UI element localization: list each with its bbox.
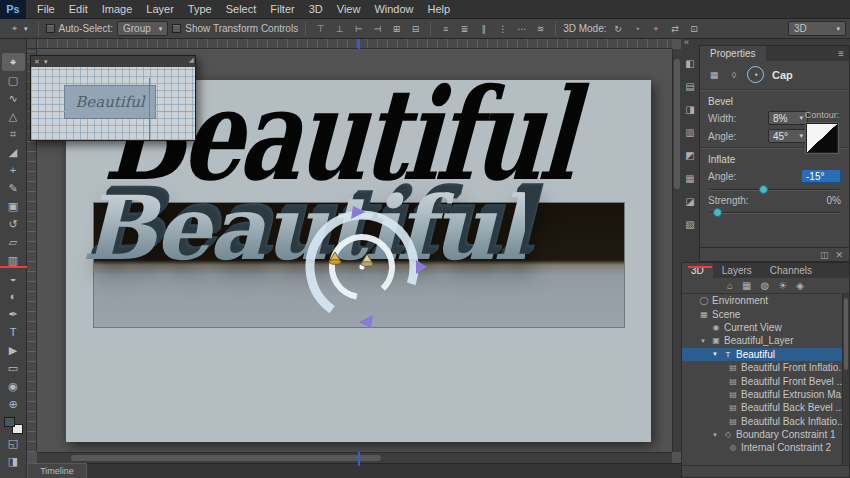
3d-scale-mode-icon[interactable]: ⊡: [687, 21, 702, 36]
tab-layers[interactable]: Layers: [713, 263, 761, 278]
distribute-bottom-icon[interactable]: ∥: [476, 21, 491, 36]
clone-stamp-tool[interactable]: ▣: [2, 197, 25, 215]
menu-file[interactable]: File: [30, 0, 62, 19]
quick-selection-tool[interactable]: △: [2, 107, 25, 125]
cap-icon[interactable]: ◔: [747, 66, 764, 83]
tab-channels[interactable]: Channels: [761, 263, 821, 278]
filter-materials-icon[interactable]: ◍: [761, 280, 770, 291]
vertical-scrollbar[interactable]: [672, 49, 681, 452]
dock-panel-icon-1[interactable]: ◧: [683, 57, 697, 70]
align-center-v-icon[interactable]: ⊟: [408, 21, 423, 36]
tree-scrollbar[interactable]: [842, 294, 849, 465]
foreground-color-swatch[interactable]: [4, 417, 15, 427]
distribute-top-icon[interactable]: ≡: [438, 21, 453, 36]
crop-tool[interactable]: ⌗: [2, 125, 25, 143]
tree-item-beautiful-layer[interactable]: ▼ ▣ Beautiful_Layer: [682, 334, 842, 347]
menu-image[interactable]: Image: [95, 0, 140, 19]
zoom-tool[interactable]: ⊕: [2, 395, 25, 413]
distribute-right-icon[interactable]: ≋: [533, 21, 548, 36]
marquee-tool[interactable]: ▢: [2, 71, 25, 89]
history-brush-tool[interactable]: ↺: [2, 215, 25, 233]
tree-item-beautiful[interactable]: ▼ T Beautiful: [682, 348, 842, 361]
horizontal-scrollbar-thumb[interactable]: [71, 455, 381, 461]
3d-rotate-widget[interactable]: [287, 192, 437, 342]
align-center-h-icon[interactable]: ⊞: [389, 21, 404, 36]
tool-preset-picker[interactable]: ⌖ ▾: [4, 21, 31, 36]
move-tool[interactable]: ⌖: [2, 53, 25, 71]
tab-properties[interactable]: Properties: [700, 46, 766, 61]
hand-tool[interactable]: ◉: [2, 377, 25, 395]
strength-value[interactable]: 0%: [827, 195, 841, 206]
align-left-icon[interactable]: ⊢: [351, 21, 366, 36]
distribute-center-icon[interactable]: ⋯: [514, 21, 529, 36]
tree-item-boundary-constraint[interactable]: ▼ ◇ Boundary Constraint 1: [682, 428, 842, 441]
workspace-switcher[interactable]: 3D ▾: [788, 21, 846, 36]
pen-tool[interactable]: ✒: [2, 305, 25, 323]
lasso-tool[interactable]: ∿: [2, 89, 25, 107]
tree-item-current-view[interactable]: ◉ Current View: [682, 321, 842, 334]
panel-menu-icon[interactable]: ≡: [833, 46, 849, 61]
dock-panel-icon-2[interactable]: ▤: [683, 80, 697, 93]
filter-all-icon[interactable]: ◈: [796, 280, 804, 291]
menu-type[interactable]: Type: [181, 0, 219, 19]
ruler-corner[interactable]: [27, 39, 37, 49]
tree-scrollbar-thumb[interactable]: [844, 298, 848, 370]
3d-slide-mode-icon[interactable]: ⇄: [668, 21, 683, 36]
menu-select[interactable]: Select: [219, 0, 264, 19]
texture-text-swatch[interactable]: Beautiful: [64, 85, 156, 119]
timeline-tab[interactable]: Timeline: [27, 463, 87, 478]
contour-thumbnail[interactable]: [806, 123, 838, 153]
menu-window[interactable]: Window: [367, 0, 420, 19]
tree-item-front-bevel[interactable]: ▤ Beautiful Front Bevel ...: [682, 374, 842, 387]
reset-deformation-icon[interactable]: ◫: [820, 250, 829, 260]
delete-icon[interactable]: ✕: [835, 250, 843, 260]
dock-panel-icon-7[interactable]: ◪: [683, 195, 697, 208]
dock-panel-icon-6[interactable]: ▦: [683, 172, 697, 185]
inflate-angle-slider[interactable]: [710, 189, 839, 191]
strength-slider[interactable]: [710, 212, 839, 214]
screen-mode-button[interactable]: ◨: [2, 452, 25, 470]
dock-panel-icon-5[interactable]: ◩: [683, 149, 697, 162]
tree-item-extrusion-material[interactable]: ▤ Beautiful Extrusion Ma...: [682, 388, 842, 401]
collapse-icon[interactable]: ▾: [44, 58, 48, 66]
type-tool[interactable]: T: [2, 323, 25, 341]
disclosure-triangle-icon[interactable]: ▼: [700, 338, 708, 344]
menu-filter[interactable]: Filter: [263, 0, 301, 19]
color-swatches[interactable]: [4, 417, 23, 434]
mesh-icon[interactable]: ▦: [707, 68, 721, 82]
resize-icon[interactable]: ◢: [189, 56, 194, 64]
menu-layer[interactable]: Layer: [139, 0, 181, 19]
brush-tool[interactable]: ✎: [2, 179, 25, 197]
align-top-icon[interactable]: ⊤: [313, 21, 328, 36]
distribute-middle-icon[interactable]: ≣: [457, 21, 472, 36]
disclosure-triangle-icon[interactable]: ▼: [712, 351, 720, 357]
disclosure-triangle-icon[interactable]: ▼: [712, 432, 720, 438]
eraser-tool[interactable]: ▱: [2, 233, 25, 251]
blur-tool[interactable]: ◒: [2, 269, 25, 287]
menu-help[interactable]: Help: [421, 0, 458, 19]
healing-brush-tool[interactable]: +: [2, 161, 25, 179]
inflate-angle-knob[interactable]: [759, 185, 768, 194]
auto-select-dropdown[interactable]: Group ▾: [117, 21, 168, 36]
3d-roll-mode-icon[interactable]: ◔: [630, 21, 645, 36]
menu-view[interactable]: View: [330, 0, 368, 19]
menu-3d[interactable]: 3D: [302, 0, 330, 19]
texture-window-titlebar[interactable]: ✕ ▾ ◢: [31, 56, 195, 67]
tree-item-back-inflation[interactable]: ▤ Beautiful Back Inflatio...: [682, 415, 842, 428]
shape-tool[interactable]: ▭: [2, 359, 25, 377]
close-icon[interactable]: ✕: [34, 58, 40, 66]
auto-select-checkbox[interactable]: [46, 24, 55, 33]
horizontal-ruler[interactable]: [37, 39, 672, 49]
texture-preview-window[interactable]: ✕ ▾ ◢ Beautiful: [30, 55, 196, 141]
distribute-left-icon[interactable]: ⋮: [495, 21, 510, 36]
3d-rotate-mode-icon[interactable]: ↻: [611, 21, 626, 36]
filter-lights-icon[interactable]: ☀: [778, 280, 787, 291]
3d-drag-mode-icon[interactable]: +: [649, 21, 664, 36]
tree-item-front-inflation[interactable]: ▤ Beautiful Front Inflatio...: [682, 361, 842, 374]
dock-panel-icon-3[interactable]: ◨: [683, 103, 697, 116]
texture-grid[interactable]: Beautiful: [31, 67, 195, 140]
align-bottom-icon[interactable]: ⊥: [332, 21, 347, 36]
strength-knob[interactable]: [713, 208, 722, 217]
tree-item-internal-constraint[interactable]: ◎ Internal Constraint 2: [682, 441, 842, 454]
deform-icon[interactable]: ◊: [727, 68, 741, 82]
